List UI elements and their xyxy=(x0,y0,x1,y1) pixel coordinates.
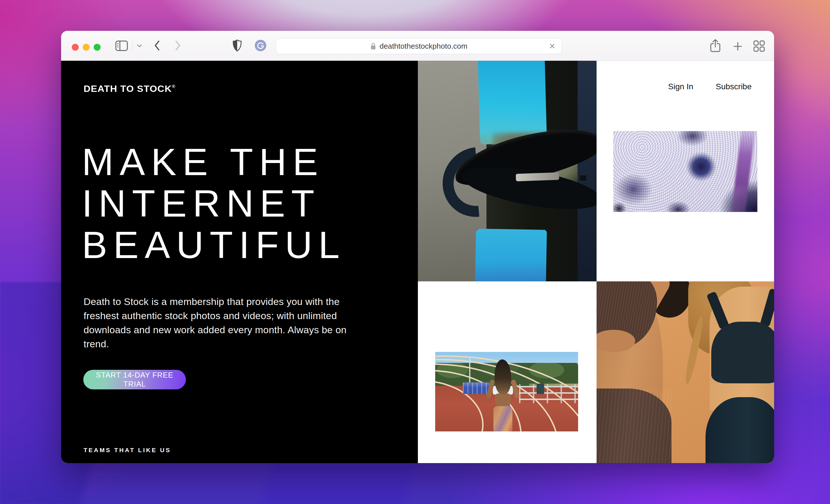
address-bar-url: deathtothestockphoto.com xyxy=(380,42,468,51)
photo-region xyxy=(475,229,547,281)
photo-region xyxy=(463,382,489,394)
sidebar-toggle-icon[interactable] xyxy=(115,40,128,51)
page-content: DEATH TO STOCK® MAKE THE INTERNET BEAUTI… xyxy=(61,61,774,463)
purple-microscopic-photo xyxy=(613,131,757,212)
new-tab-icon[interactable] xyxy=(733,42,742,51)
photo-region xyxy=(478,61,547,144)
grammarly-icon[interactable] xyxy=(255,40,266,51)
tab-overview-icon[interactable] xyxy=(753,40,765,52)
zoom-window-button[interactable] xyxy=(94,44,101,51)
photo-region xyxy=(519,392,578,394)
free-trial-button-label: START 14-DAY FREE TRIAL xyxy=(85,371,184,389)
sunglasses-macro-photo xyxy=(418,61,597,281)
address-bar[interactable]: deathtothestockphoto.com xyxy=(276,38,562,54)
photo-region xyxy=(597,389,671,463)
photo-region xyxy=(731,131,756,212)
middle-column xyxy=(418,61,597,463)
photo-region xyxy=(495,394,511,408)
sign-in-link[interactable]: Sign In xyxy=(668,82,693,91)
forward-icon[interactable] xyxy=(174,40,181,51)
hero-description: Death to Stock is a membership that prov… xyxy=(84,295,346,351)
site-nav: Sign In Subscribe xyxy=(668,82,752,91)
shield-icon[interactable] xyxy=(232,39,242,52)
subscribe-link[interactable]: Subscribe xyxy=(715,82,752,91)
lock-icon xyxy=(370,42,376,50)
safari-window: deathtothestockphoto.com xyxy=(61,31,774,463)
hero-headline: MAKE THE INTERNET BEAUTIFUL xyxy=(82,141,346,266)
free-trial-button[interactable]: START 14-DAY FREE TRIAL xyxy=(83,370,186,390)
chevron-down-icon[interactable] xyxy=(137,44,142,47)
browser-toolbar: deathtothestockphoto.com xyxy=(61,31,774,61)
desktop: { "browser": { "traffic_lights": [ {"nam… xyxy=(0,0,830,504)
photo-region xyxy=(493,406,512,431)
description-line: Death to Stock is a membership that prov… xyxy=(84,295,346,309)
photo-region xyxy=(537,383,544,394)
photo-region xyxy=(516,172,560,181)
close-window-button[interactable] xyxy=(72,44,79,51)
description-line: downloads and new work added every month… xyxy=(84,323,346,337)
headline-line-2: INTERNET xyxy=(82,183,346,224)
description-line: freshest authentic stock photos and vide… xyxy=(84,309,346,323)
headline-line-3: BEAUTIFUL xyxy=(82,224,346,266)
registered-mark: ® xyxy=(172,84,175,89)
teams-heading: TEAMS THAT LIKE US xyxy=(84,447,171,453)
brand-logo-text: DEATH TO STOCK xyxy=(84,84,172,94)
activewear-duo-photo xyxy=(597,281,774,463)
track-runner-photo xyxy=(435,352,578,431)
traffic-lights xyxy=(72,44,101,51)
clear-url-icon[interactable] xyxy=(549,43,555,49)
right-column: Sign In Subscribe xyxy=(597,61,774,463)
back-icon[interactable] xyxy=(154,40,160,51)
minimize-window-button[interactable] xyxy=(83,44,90,51)
photo-region xyxy=(578,61,597,281)
hero-panel: DEATH TO STOCK® MAKE THE INTERNET BEAUTI… xyxy=(61,61,418,463)
description-line: trend. xyxy=(84,337,346,351)
photo-region xyxy=(519,386,578,388)
share-icon[interactable] xyxy=(710,39,721,53)
brand-logo[interactable]: DEATH TO STOCK® xyxy=(84,84,175,94)
photo-region xyxy=(578,174,588,182)
photo-region xyxy=(519,399,578,400)
middle-bottom-section xyxy=(418,281,597,463)
headline-line-1: MAKE THE xyxy=(82,141,346,183)
photo-region xyxy=(711,322,774,383)
